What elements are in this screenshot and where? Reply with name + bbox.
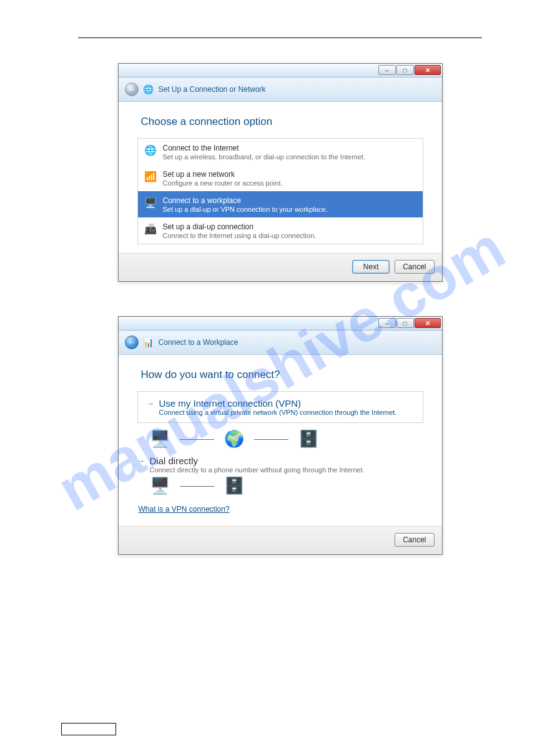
globe-icon: 🌐	[144, 144, 157, 156]
arrow-icon: →	[147, 400, 154, 407]
telephone-icon: 📠	[144, 222, 157, 235]
computer-icon: 🖥️	[150, 477, 170, 494]
option-title: Set up a dial-up connection	[163, 222, 317, 231]
back-button: ←	[125, 82, 139, 96]
close-button[interactable]: ✕	[415, 65, 441, 75]
dialog-button-row: Next Cancel	[119, 253, 442, 281]
maximize-button[interactable]: □	[396, 65, 414, 75]
minimize-button[interactable]: –	[378, 318, 396, 328]
router-icon: 📶	[144, 170, 157, 182]
help-link-vpn[interactable]: What is a VPN connection?	[139, 505, 423, 514]
server-icon: 🗄️	[224, 477, 244, 494]
minimize-icon: –	[385, 67, 389, 74]
option-dial-directly[interactable]: → Dial directly Connect directly to a ph…	[137, 455, 423, 494]
option-subtitle: Connect directly to a phone number witho…	[150, 466, 423, 474]
back-icon: ←	[128, 338, 135, 347]
network-icon: 🌐	[144, 84, 154, 94]
option-subtitle: Connect using a virtual private network …	[159, 409, 414, 416]
section-title: How do you want to connect?	[141, 369, 423, 381]
option-title: Dial directly	[150, 455, 199, 466]
dialog-button-row: Cancel	[119, 526, 442, 554]
diagram-line	[254, 439, 288, 440]
minimize-button[interactable]: –	[378, 65, 396, 75]
diagram-line	[180, 439, 214, 440]
maximize-button[interactable]: □	[396, 318, 414, 328]
computer-icon: 🖥️	[150, 430, 170, 447]
option-title: Connect to a workplace	[163, 196, 328, 205]
dialog-body: How do you want to connect? → Use my Int…	[119, 355, 442, 526]
dialog-body: Choose a connection option 🌐 Connect to …	[119, 102, 442, 253]
close-icon: ✕	[425, 67, 430, 74]
maximize-icon: □	[403, 320, 406, 327]
diagram-line	[180, 486, 214, 487]
option-connect-workplace[interactable]: 🖥️ Connect to a workplace Set up a dial-…	[138, 191, 423, 217]
maximize-icon: □	[403, 67, 406, 74]
option-title: Set up a new network	[163, 170, 283, 179]
option-setup-network[interactable]: 📶 Set up a new network Configure a new r…	[138, 165, 423, 191]
page-header-rule	[78, 37, 482, 38]
option-setup-dialup[interactable]: 📠 Set up a dial-up connection Connect to…	[138, 217, 423, 244]
option-subtitle: Set up a wireless, broadband, or dial-up…	[163, 152, 366, 161]
cancel-button[interactable]: Cancel	[395, 260, 434, 274]
option-connect-internet[interactable]: 🌐 Connect to the Internet Set up a wirel…	[138, 139, 423, 165]
vpn-diagram: 🖥️ 🌍 🗄️	[150, 430, 423, 447]
back-icon: ←	[128, 85, 135, 94]
option-use-vpn[interactable]: → Use my Internet connection (VPN) Conne…	[137, 391, 423, 423]
minimize-icon: –	[385, 320, 389, 327]
back-button[interactable]: ←	[125, 336, 139, 349]
server-icon: 🗄️	[298, 430, 318, 447]
option-subtitle: Connect to the Internet using a dial-up …	[163, 231, 317, 240]
dialog-connect-workplace: – □ ✕ ← 📊 Connect to a Workplace How do …	[118, 316, 443, 555]
option-subtitle: Configure a new router or access point.	[163, 179, 283, 187]
window-title: Set Up a Connection or Network	[159, 85, 266, 94]
dial-diagram: 🖥️ 🗄️	[150, 477, 423, 494]
buildings-icon: 📊	[144, 337, 154, 347]
next-button[interactable]: Next	[352, 260, 390, 274]
titlebar: – □ ✕	[119, 64, 442, 77]
workplace-icon: 🖥️	[144, 196, 157, 209]
titlebar: – □ ✕	[119, 317, 442, 331]
globe-icon: 🌍	[224, 430, 244, 447]
dialog-setup-connection: – □ ✕ ← 🌐 Set Up a Connection or Network…	[118, 63, 443, 282]
connection-option-list: 🌐 Connect to the Internet Set up a wirel…	[137, 138, 423, 244]
wizard-header: ← 📊 Connect to a Workplace	[119, 331, 442, 355]
option-title: Use my Internet connection (VPN)	[159, 398, 302, 409]
option-subtitle: Set up a dial-up or VPN connection to yo…	[163, 205, 328, 214]
close-icon: ✕	[425, 320, 430, 327]
close-button[interactable]: ✕	[415, 318, 441, 328]
window-title: Connect to a Workplace	[159, 338, 238, 347]
arrow-icon: →	[137, 457, 145, 465]
cancel-button[interactable]: Cancel	[395, 533, 434, 547]
option-title: Connect to the Internet	[163, 144, 366, 152]
section-title: Choose a connection option	[141, 116, 423, 128]
wizard-header: ← 🌐 Set Up a Connection or Network	[119, 77, 442, 102]
page-footer-box	[61, 723, 116, 735]
